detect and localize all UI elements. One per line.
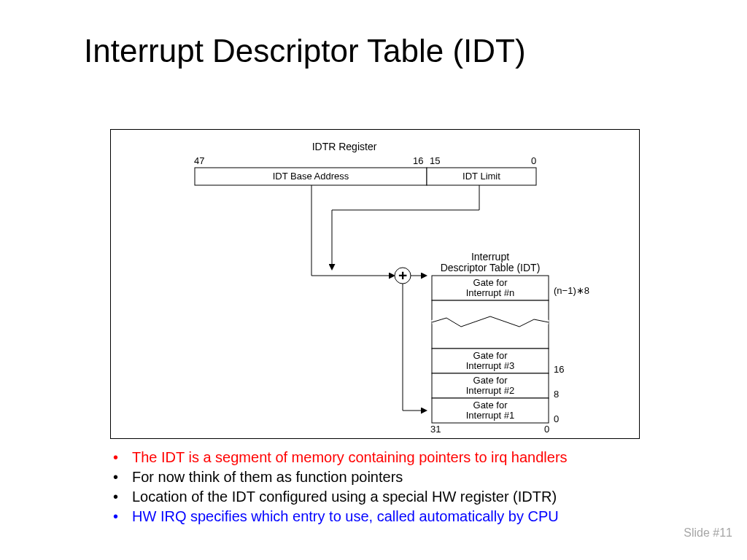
- bullet-1: The IDT is a segment of memory containin…: [113, 448, 568, 467]
- gate-n-2: Interrupt #n: [432, 288, 549, 298]
- gate-1-2: Interrupt #1: [432, 411, 549, 421]
- offset-n: (n−1)∗8: [554, 286, 589, 296]
- bullet-3: Location of the IDT configured using a s…: [113, 487, 568, 507]
- limit-label: IDT Limit: [427, 171, 536, 182]
- bullet-2: For now think of them as function pointe…: [113, 467, 568, 487]
- idt-title-2: Descriptor Table (IDT): [425, 262, 556, 273]
- diagram-container: IDTR Register 47 16 15 0: [110, 129, 640, 439]
- slide-number: Slide #11: [684, 526, 732, 540]
- svg-rect-12: [432, 300, 549, 349]
- gate-2-2: Interrupt #2: [432, 386, 549, 396]
- plus-icon: +: [398, 267, 407, 284]
- bot-0: 0: [544, 424, 549, 435]
- offset-16: 16: [554, 365, 564, 375]
- bullet-list: The IDT is a segment of memory containin…: [113, 448, 568, 526]
- base-address-label: IDT Base Address: [195, 171, 427, 182]
- bullet-4: HW IRQ specifies which entry to use, cal…: [113, 507, 568, 526]
- page-title: Interrupt Descriptor Table (IDT): [0, 0, 747, 69]
- offset-8: 8: [554, 389, 559, 400]
- bot-31: 31: [430, 424, 441, 435]
- offset-0: 0: [554, 414, 559, 424]
- gate-3-2: Interrupt #3: [432, 361, 549, 371]
